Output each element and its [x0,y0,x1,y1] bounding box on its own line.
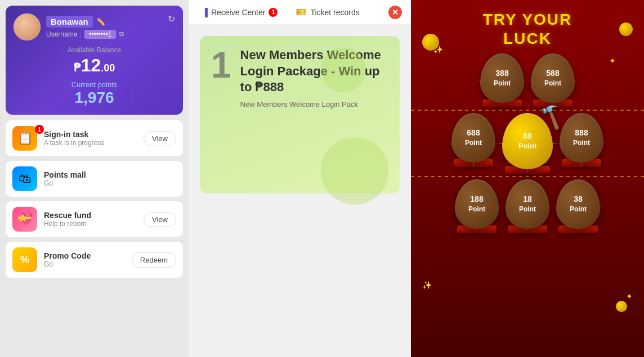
try-luck-title: TRY YOUR LUCK [411,0,644,53]
rescue-fund-view-button[interactable]: View [144,212,176,227]
egg-18[interactable]: 18Point [506,179,549,233]
egg-688[interactable]: 688Point [451,113,495,174]
points-value: 1,976 [14,89,175,107]
rescue-fund-title: Rescue fund [44,211,137,220]
user-card: Bonawan ✏️ Username : ••••••••1 ⧉ ↻ Avai… [6,6,183,115]
edit-icon[interactable]: ✏️ [96,17,105,26]
tab-ticket-records[interactable]: 🎫 Ticket records [291,4,364,20]
sparkle-4: ✦ [626,292,633,301]
points-label: Current points [14,80,175,89]
try-luck-panel: ✨ ✦ ✨ ✦ TRY YOUR LUCK 388Point 588Point [411,0,644,357]
balance-dec: .00 [101,62,115,74]
sparkle-3: ✨ [422,281,432,290]
menu-item-points-mall[interactable]: 🛍 Points mall Go [6,161,183,197]
userid-label: Username : [46,30,81,38]
eggs-row-3: 188Point 18Point 38Point [411,179,644,233]
decor-coin-3 [616,301,627,312]
ticket-icon: 🎫 [296,7,307,17]
close-button[interactable]: ✕ [388,6,402,19]
center-panel: ▐ Receive Center 1 🎫 Ticket records ✕ 1 … [189,0,411,357]
egg-points-88: 88Point [518,132,537,151]
egg-points-18: 18Point [519,195,536,214]
egg-points-888: 888Point [573,128,590,147]
currency-symbol: ₱ [74,61,81,74]
egg-points-388: 388Point [494,69,511,88]
signin-text: Sign-in task A task is in progress [44,130,137,147]
sparkle-2: ✦ [609,56,616,65]
package-title: New Members Welcome Login Package - Win … [240,47,388,96]
promo-code-icon: % [12,247,37,272]
sparkle-1: ✨ [433,45,443,54]
egg-388[interactable]: 388Point [480,53,524,107]
tab-receive-center[interactable]: ▐ Receive Center 1 [198,6,282,19]
copy-icon[interactable]: ⧉ [119,30,124,38]
decor-coin-2 [619,22,633,36]
egg-38[interactable]: 38Point [556,179,600,233]
eggs-row-2: 688Point 🔨 88Point 888Point [411,113,644,174]
egg-188[interactable]: 188Point [455,179,499,233]
rescue-fund-subtitle: Help to reborn [44,220,137,228]
points-mall-icon: 🛍 [12,166,37,191]
egg-88-golden[interactable]: 🔨 88Point [502,113,553,174]
promo-code-title: Promo Code [44,251,125,260]
egg-shape-88: 🔨 88Point [502,113,553,169]
userid-value: ••••••••1 [84,30,116,39]
signin-badge: 1 [35,125,44,134]
ticket-records-label: Ticket records [310,8,359,17]
menu-item-rescue-fund[interactable]: 💝 Rescue fund Help to reborn View [6,201,183,237]
egg-points-588: 588Point [544,69,561,88]
promo-code-text: Promo Code Go [44,251,125,268]
try-luck-line1: TRY YOUR [483,11,573,28]
menu-item-signin[interactable]: 📋 1 Sign-in task A task is in progress V… [6,120,183,156]
try-luck-line2: LUCK [503,30,552,47]
promo-code-subtitle: Go [44,260,125,268]
receive-center-badge: 1 [269,8,278,17]
username: Bonawan [46,16,93,28]
rescue-fund-text: Rescue fund Help to reborn [44,211,137,228]
egg-points-688: 688Point [465,128,482,147]
points-mall-subtitle: Go [44,179,176,187]
balance-amount: ₱12.00 [14,55,175,76]
avatar [14,13,41,40]
signin-view-button[interactable]: View [144,131,176,146]
rescue-fund-icon: 💝 [12,207,37,232]
egg-588[interactable]: 588Point [531,53,575,107]
package-number: 1 [211,47,231,182]
egg-points-188: 188Point [468,195,485,214]
user-info: Bonawan ✏️ Username : ••••••••1 ⧉ [46,16,175,39]
balance-label: Available Balance [14,46,175,54]
egg-points-38: 38Point [570,195,587,214]
points-mall-title: Points mall [44,170,176,179]
signin-icon: 📋 [12,126,37,151]
egg-888[interactable]: 888Point [560,113,603,174]
signin-title: Sign-in task [44,130,137,139]
refresh-icon[interactable]: ↻ [168,13,175,24]
package-desc: New Members Welcome Login Pack [240,100,388,109]
welcome-package: 1 New Members Welcome Login Package - Wi… [200,36,400,193]
welcome-area: 1 New Members Welcome Login Package - Wi… [189,25,411,357]
promo-code-redeem-button[interactable]: Redeem [132,252,176,268]
points-mall-text: Points mall Go [44,170,176,187]
balance-int: 12 [81,55,101,75]
menu-item-promo-code[interactable]: % Promo Code Go Redeem [6,242,183,278]
tab-bar: ▐ Receive Center 1 🎫 Ticket records ✕ [189,0,411,25]
signin-subtitle: A task is in progress [44,139,137,147]
receive-center-label: Receive Center [211,8,266,17]
left-panel: Bonawan ✏️ Username : ••••••••1 ⧉ ↻ Avai… [0,0,189,357]
